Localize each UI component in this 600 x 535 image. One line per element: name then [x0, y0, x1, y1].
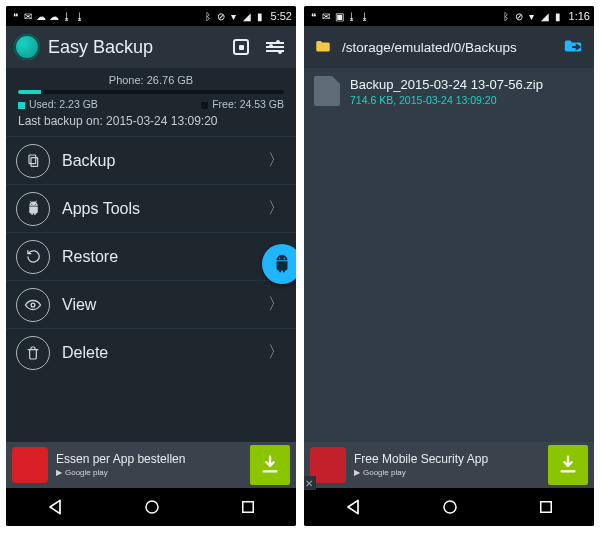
storage-bar-used: [18, 90, 41, 94]
file-meta: 714.6 KB, 2015-03-24 13:09:20: [350, 94, 543, 106]
storage-free: Free: 24.53 GB: [201, 98, 284, 110]
menu-item-backup[interactable]: Backup 〉: [6, 136, 296, 184]
svg-point-7: [146, 501, 158, 513]
path-bar: /storage/emulated/0/Backups: [304, 26, 594, 68]
ad-banner[interactable]: ✕ Free Mobile Security App ▶ Google play: [304, 442, 594, 488]
file-info: Backup_2015-03-24 13-07-56.zip 714.6 KB,…: [350, 77, 543, 106]
chevron-right-icon: 〉: [268, 150, 284, 171]
status-left: ❝ ✉ ▣ ⭳ ⭳: [308, 11, 370, 21]
ad-store: ▶ Google play: [354, 468, 540, 478]
fab-android-button[interactable]: [262, 244, 296, 284]
phone-left: ❝ ✉ ☁ ☁ ⭳ ⭳ ᛒ ⊘ ▾ ◢ ▮ 5:52 Easy Backup: [6, 6, 296, 526]
bluetooth-icon: ᛒ: [203, 11, 213, 21]
signal-icon: ◢: [242, 11, 252, 21]
ad-banner[interactable]: Essen per App bestellen ▶ Google play: [6, 442, 296, 488]
status-bar: ❝ ✉ ▣ ⭳ ⭳ ᛒ ⊘ ▾ ◢ ▮ 1:16: [304, 6, 594, 26]
hangouts-icon: ❝: [10, 11, 20, 21]
battery-icon: ▮: [255, 11, 265, 21]
no-sim-icon: ⊘: [216, 11, 226, 21]
app-title: Easy Backup: [48, 37, 220, 58]
clock: 5:52: [271, 10, 292, 22]
nav-recent-button[interactable]: [537, 498, 555, 516]
nav-recent-button[interactable]: [239, 498, 257, 516]
battery-icon: ▮: [553, 11, 563, 21]
nav-home-button[interactable]: [143, 498, 161, 516]
menu-label: View: [62, 296, 268, 314]
ad-download-button[interactable]: [250, 445, 290, 485]
svg-point-3: [34, 204, 35, 205]
menu-item-delete[interactable]: Delete 〉: [6, 328, 296, 376]
folder-up-button[interactable]: [560, 36, 586, 58]
file-icon: [314, 76, 340, 106]
svg-point-9: [444, 501, 456, 513]
bluetooth-icon: ᛒ: [501, 11, 511, 21]
sliders-icon: [266, 40, 284, 54]
trash-icon: [16, 336, 50, 370]
ad-text: Free Mobile Security App ▶ Google play: [354, 452, 540, 478]
last-backup: Last backup on: 2015-03-24 13:09:20: [18, 114, 284, 128]
svg-point-6: [284, 258, 285, 259]
status-bar: ❝ ✉ ☁ ☁ ⭳ ⭳ ᛒ ⊘ ▾ ◢ ▮ 5:52: [6, 6, 296, 26]
wifi-icon: ▾: [229, 11, 239, 21]
download-icon: ⭳: [62, 11, 72, 21]
download-icon: ⭳: [75, 11, 85, 21]
menu-label: Delete: [62, 344, 268, 362]
android-icon: [271, 253, 293, 275]
nav-back-button[interactable]: [343, 497, 363, 517]
svg-point-4: [31, 303, 35, 307]
settings-button[interactable]: [262, 34, 288, 60]
storage-bar: [18, 90, 284, 94]
chevron-right-icon: 〉: [268, 342, 284, 363]
screenshot-button[interactable]: [228, 34, 254, 60]
ad-close-button[interactable]: ✕: [304, 476, 316, 490]
file-row[interactable]: Backup_2015-03-24 13-07-56.zip 714.6 KB,…: [304, 68, 594, 114]
file-name: Backup_2015-03-24 13-07-56.zip: [350, 77, 543, 92]
signal-icon: ◢: [540, 11, 550, 21]
folder-up-icon: [560, 36, 586, 58]
download-icon: ⭳: [347, 11, 357, 21]
ad-download-button[interactable]: [548, 445, 588, 485]
svg-rect-0: [29, 155, 36, 164]
target-icon: [233, 39, 249, 55]
menu-item-apps-tools[interactable]: Apps Tools 〉: [6, 184, 296, 232]
phone-right: ❝ ✉ ▣ ⭳ ⭳ ᛒ ⊘ ▾ ◢ ▮ 1:16 /storage/emulat…: [304, 6, 594, 526]
android-nav-bar: [6, 488, 296, 526]
chevron-right-icon: 〉: [268, 294, 284, 315]
svg-rect-10: [541, 502, 552, 513]
menu-item-restore[interactable]: Restore 〉: [6, 232, 296, 280]
nav-home-button[interactable]: [441, 498, 459, 516]
wifi-icon: ▾: [527, 11, 537, 21]
android-nav-bar: [304, 488, 594, 526]
ad-thumb-icon: [12, 447, 48, 483]
menu-item-view[interactable]: View 〉: [6, 280, 296, 328]
download-icon: [259, 454, 281, 476]
ad-title: Essen per App bestellen: [56, 452, 242, 466]
storage-total: Phone: 26.76 GB: [18, 74, 284, 86]
clock: 1:16: [569, 10, 590, 22]
android-icon: [16, 192, 50, 226]
status-right: ᛒ ⊘ ▾ ◢ ▮ 1:16: [501, 10, 590, 22]
backup-icon: [16, 144, 50, 178]
svg-point-5: [279, 258, 280, 259]
cloud-icon: ☁: [49, 11, 59, 21]
menu-label: Restore: [62, 248, 268, 266]
folder-icon: [312, 38, 334, 56]
chevron-right-icon: 〉: [268, 198, 284, 219]
path-text: /storage/emulated/0/Backups: [342, 40, 552, 55]
restore-icon: [16, 240, 50, 274]
eye-icon: [16, 288, 50, 322]
mail-icon: ✉: [23, 11, 33, 21]
legend-free-icon: [201, 102, 208, 109]
status-left: ❝ ✉ ☁ ☁ ⭳ ⭳: [10, 11, 85, 21]
svg-rect-8: [243, 502, 254, 513]
status-right: ᛒ ⊘ ▾ ◢ ▮ 5:52: [203, 10, 292, 22]
menu-label: Apps Tools: [62, 200, 268, 218]
no-sim-icon: ⊘: [514, 11, 524, 21]
file-list: Backup_2015-03-24 13-07-56.zip 714.6 KB,…: [304, 68, 594, 442]
picture-icon: ▣: [334, 11, 344, 21]
mail-icon: ✉: [321, 11, 331, 21]
nav-back-button[interactable]: [45, 497, 65, 517]
app-bar: Easy Backup: [6, 26, 296, 68]
cloud-icon: ☁: [36, 11, 46, 21]
ad-store: ▶ Google play: [56, 468, 242, 478]
